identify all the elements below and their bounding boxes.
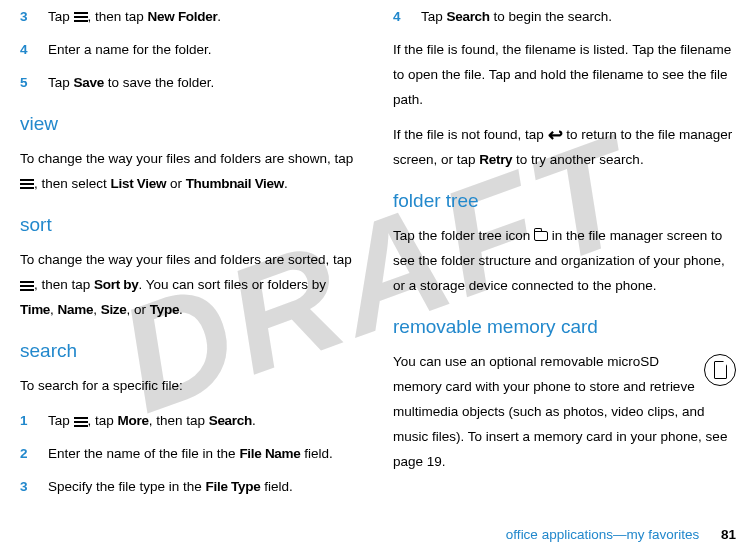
- found-paragraph: If the file is found, the filename is li…: [393, 38, 736, 113]
- text: Tap: [48, 413, 74, 428]
- page-footer: office applications—my favorites 81: [506, 527, 736, 542]
- text: If the file is not found, tap: [393, 127, 548, 142]
- bold-text: More: [118, 413, 149, 428]
- bold-text: Time: [20, 302, 50, 317]
- search-intro: To search for a specific file:: [20, 374, 363, 399]
- text: to save the folder.: [104, 75, 214, 90]
- step-5: 5 Tap Save to save the folder.: [20, 71, 363, 96]
- sd-card-icon: [704, 354, 736, 386]
- step-text: Tap Search to begin the search.: [421, 5, 736, 30]
- text: , or: [127, 302, 150, 317]
- text: , then tap: [34, 277, 94, 292]
- step-number: 1: [20, 409, 48, 434]
- text: . You can sort files or folders by: [138, 277, 326, 292]
- text: .: [217, 9, 221, 24]
- text: , then tap: [149, 413, 209, 428]
- view-heading: view: [20, 106, 363, 141]
- bold-text: Sort by: [94, 277, 138, 292]
- text: ,: [50, 302, 58, 317]
- text: field.: [300, 446, 332, 461]
- bold-text: Type: [150, 302, 179, 317]
- page-content: 3 Tap , then tap New Folder. 4 Enter a n…: [0, 0, 756, 518]
- step-text: Tap Save to save the folder.: [48, 71, 363, 96]
- sort-paragraph: To change the way your files and folders…: [20, 248, 363, 323]
- step-4: 4 Enter a name for the folder.: [20, 38, 363, 63]
- folder-tree-heading: folder tree: [393, 183, 736, 218]
- bold-text: Retry: [479, 152, 512, 167]
- text: , tap: [88, 413, 118, 428]
- search-step-4: 4 Tap Search to begin the search.: [393, 5, 736, 30]
- text: You can use an optional removable microS…: [393, 354, 727, 469]
- bold-text: Save: [74, 75, 104, 90]
- text: Specify the file type in the: [48, 479, 206, 494]
- removable-heading: removable memory card: [393, 309, 736, 344]
- text: to begin the search.: [490, 9, 612, 24]
- bold-text: Search: [447, 9, 490, 24]
- notfound-paragraph: If the file is not found, tap ↩ to retur…: [393, 123, 736, 173]
- bold-text: Thumbnail View: [186, 176, 284, 191]
- search-step-2: 2 Enter the name of the file in the File…: [20, 442, 363, 467]
- text: or: [166, 176, 186, 191]
- menu-icon: [20, 179, 34, 189]
- step-number: 3: [20, 5, 48, 30]
- back-icon: ↩: [548, 126, 563, 144]
- step-text: Tap , tap More, then tap Search.: [48, 409, 363, 434]
- bold-text: Name: [58, 302, 94, 317]
- step-number: 3: [20, 475, 48, 500]
- bold-text: File Name: [239, 446, 300, 461]
- text: ,: [93, 302, 101, 317]
- text: field.: [260, 479, 292, 494]
- bold-text: Search: [209, 413, 252, 428]
- step-text: Tap , then tap New Folder.: [48, 5, 363, 30]
- text: to try another search.: [512, 152, 643, 167]
- menu-icon: [20, 281, 34, 291]
- text: .: [179, 302, 183, 317]
- text: .: [252, 413, 256, 428]
- step-number: 5: [20, 71, 48, 96]
- search-step-1: 1 Tap , tap More, then tap Search.: [20, 409, 363, 434]
- folder-icon: [534, 231, 548, 241]
- search-step-3: 3 Specify the file type in the File Type…: [20, 475, 363, 500]
- step-number: 2: [20, 442, 48, 467]
- step-number: 4: [20, 38, 48, 63]
- text: To change the way your files and folders…: [20, 252, 352, 267]
- menu-icon: [74, 12, 88, 22]
- bold-text: Size: [101, 302, 127, 317]
- step-text: Enter a name for the folder.: [48, 38, 363, 63]
- step-text: Enter the name of the file in the File N…: [48, 442, 363, 467]
- removable-paragraph: You can use an optional removable microS…: [393, 350, 736, 475]
- folder-tree-paragraph: Tap the folder tree icon in the file man…: [393, 224, 736, 299]
- text: Tap: [48, 75, 74, 90]
- text: Tap: [421, 9, 447, 24]
- page-number: 81: [721, 527, 736, 542]
- bold-text: New Folder: [148, 9, 218, 24]
- left-column: 3 Tap , then tap New Folder. 4 Enter a n…: [20, 5, 363, 508]
- step-text: Specify the file type in the File Type f…: [48, 475, 363, 500]
- search-heading: search: [20, 333, 363, 368]
- sort-heading: sort: [20, 207, 363, 242]
- step-number: 4: [393, 5, 421, 30]
- text: To change the way your files and folders…: [20, 151, 353, 166]
- text: Tap the folder tree icon: [393, 228, 534, 243]
- menu-icon: [74, 417, 88, 427]
- footer-text: office applications—my favorites: [506, 527, 699, 542]
- text: , then tap: [88, 9, 148, 24]
- view-paragraph: To change the way your files and folders…: [20, 147, 363, 197]
- step-3: 3 Tap , then tap New Folder.: [20, 5, 363, 30]
- text: Tap: [48, 9, 74, 24]
- right-column: 4 Tap Search to begin the search. If the…: [393, 5, 736, 508]
- bold-text: List View: [111, 176, 167, 191]
- bold-text: File Type: [206, 479, 261, 494]
- text: Enter the name of the file in the: [48, 446, 239, 461]
- text: , then select: [34, 176, 111, 191]
- text: .: [284, 176, 288, 191]
